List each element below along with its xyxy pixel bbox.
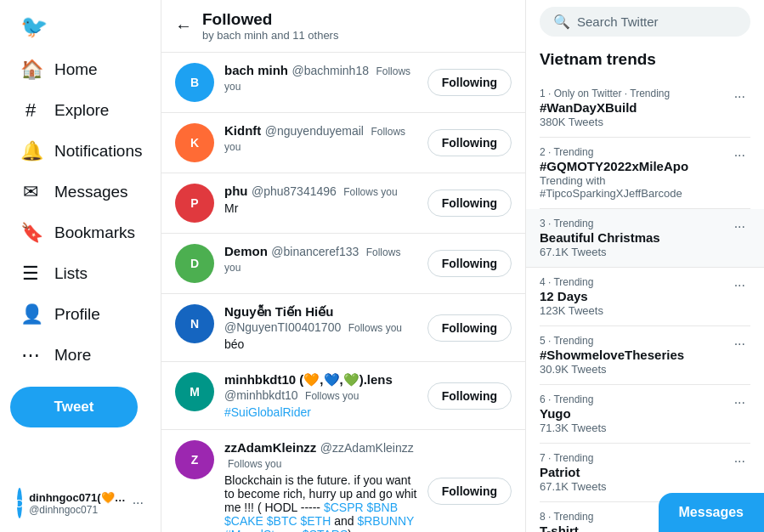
trend-item[interactable]: 3 · Trending Beautiful Christmas 67.1K T… — [526, 209, 764, 268]
trend-more-icon[interactable]: ··· — [729, 218, 750, 236]
tweet-button[interactable]: Tweet — [10, 387, 138, 427]
sidebar-item-explore[interactable]: # Explore — [10, 91, 150, 130]
sidebar-item-profile[interactable]: 👤 Profile — [10, 295, 150, 334]
sidebar-item-more[interactable]: ⋯ More — [10, 336, 150, 375]
trend-more-icon[interactable]: ··· — [729, 146, 750, 165]
profile-footer[interactable]: D dinhngoc071(🧡… @dinhngoc071 ··· — [10, 481, 150, 525]
follower-name: phu — [224, 184, 248, 198]
twitter-logo[interactable]: 🐦 — [10, 7, 150, 47]
trend-item[interactable]: 1 · Only on Twitter · Trending #WanDayXB… — [540, 79, 750, 138]
back-button[interactable]: ← — [175, 16, 192, 36]
list-item: Z zzAdamKleinzz @zzAdamKleinzz Follows y… — [161, 430, 525, 532]
mail-icon: ✉ — [20, 181, 41, 203]
twitter-bird-icon: 🐦 — [20, 14, 48, 39]
trend-meta: 2 · Trending — [540, 146, 729, 158]
messages-float-button[interactable]: Messages — [659, 493, 765, 532]
follower-handle: @binanceref133 — [271, 245, 359, 258]
following-button[interactable]: Following — [427, 382, 512, 410]
trends-title: Vietnam trends — [540, 50, 750, 69]
trend-meta: 7 · Trending — [540, 452, 607, 464]
explore-icon: # — [20, 99, 41, 122]
trend-more-icon[interactable]: ··· — [729, 393, 750, 412]
footer-handle: @dinhngoc071 — [29, 504, 126, 516]
main-content: ← Followed by bach minh and 11 others B … — [161, 0, 526, 532]
avatar: D — [175, 244, 214, 283]
follower-handle: @minhbkdt10 — [224, 388, 298, 402]
following-button[interactable]: Following — [427, 69, 512, 96]
trend-item[interactable]: 5 · Trending #ShowmeloveTheseries 30.9K … — [540, 326, 750, 385]
follower-name: minhbkdt10 (🧡,💙,💚).lens — [224, 372, 393, 387]
footer-name: dinhngoc071(🧡… — [29, 491, 126, 504]
trend-count: 71.3K Tweets — [540, 422, 607, 434]
trend-meta: 6 · Trending — [540, 393, 607, 405]
avatar: N — [175, 304, 214, 343]
follows-you-label: Follows you — [305, 390, 359, 402]
trend-more-icon[interactable]: ··· — [729, 276, 750, 295]
person-icon: 👤 — [20, 303, 41, 325]
avatar: M — [175, 372, 214, 411]
follows-you-label: Follows you — [228, 458, 281, 470]
follower-handle: @nguyenduyemail — [265, 124, 364, 138]
trend-count: Trending with #TipcoSparkingXJeffBarcode — [540, 174, 729, 200]
follower-bio: #SuiGlobalRider — [224, 405, 417, 419]
more-icon: ⋯ — [20, 344, 41, 366]
follower-name: bach minh — [224, 63, 288, 77]
follower-bio: béo — [224, 337, 417, 351]
search-icon: 🔍 — [553, 14, 570, 30]
trend-tag: Beautiful Christmas — [540, 230, 660, 245]
left-sidebar: 🐦 🏠 Home # Explore 🔔 Notifications ✉ Mes… — [0, 0, 161, 532]
sidebar-item-lists[interactable]: ☰ Lists — [10, 254, 150, 293]
trend-meta: 5 · Trending — [540, 335, 684, 347]
following-button[interactable]: Following — [427, 314, 512, 342]
sidebar-item-bookmarks[interactable]: 🔖 Bookmarks — [10, 213, 150, 252]
list-item: P phu @phu87341496 Follows you Mr Follow… — [161, 173, 525, 234]
follower-handle: @phu87341496 — [252, 184, 337, 198]
avatar: Z — [175, 440, 214, 479]
trend-tag: 12 Days — [540, 289, 603, 303]
sidebar-item-label: Home — [54, 60, 98, 79]
trend-count: 123K Tweets — [540, 304, 603, 317]
trend-count: 380K Tweets — [540, 116, 670, 128]
trend-more-icon[interactable]: ··· — [729, 88, 750, 106]
following-button[interactable]: Following — [427, 190, 512, 217]
search-input[interactable] — [577, 14, 739, 29]
follower-handle: @bachminh18 — [291, 64, 369, 77]
follower-bio: Blockchain is the future. if you want to… — [224, 473, 417, 532]
trend-item[interactable]: 6 · Trending Yugo 71.3K Tweets ··· — [540, 385, 750, 444]
sidebar-item-messages[interactable]: ✉ Messages — [10, 173, 150, 212]
sidebar-item-label: Explore — [54, 101, 109, 120]
following-button[interactable]: Following — [427, 129, 512, 156]
follower-name: Demon — [224, 244, 268, 258]
trend-tag: #GQMOTY2022xMileApo — [540, 159, 729, 173]
trend-tag: Yugo — [540, 406, 607, 421]
trend-more-icon[interactable]: ··· — [729, 335, 750, 354]
sidebar-item-label: Notifications — [54, 142, 143, 161]
more-options-icon[interactable]: ··· — [133, 495, 144, 511]
follower-name: Nguyễn Tiến Hiếu — [224, 304, 333, 319]
following-button[interactable]: Following — [427, 250, 512, 277]
follows-you-label: Follows you — [348, 322, 402, 334]
trend-meta: 1 · Only on Twitter · Trending — [540, 88, 670, 99]
bell-icon: 🔔 — [20, 140, 41, 162]
trend-item[interactable]: 2 · Trending #GQMOTY2022xMileApo Trendin… — [540, 138, 750, 209]
trend-item[interactable]: 4 · Trending 12 Days 123K Tweets ··· — [540, 268, 750, 326]
list-item: M minhbkdt10 (🧡,💙,💚).lens @minhbkdt10 Fo… — [161, 362, 525, 430]
list-icon: ☰ — [20, 263, 41, 285]
sidebar-item-notifications[interactable]: 🔔 Notifications — [10, 132, 150, 171]
search-box[interactable]: 🔍 — [540, 7, 750, 37]
sidebar-item-label: Profile — [54, 305, 100, 324]
trend-more-icon[interactable]: ··· — [729, 452, 750, 471]
page-subtitle: by bach minh and 11 others — [202, 29, 338, 42]
sidebar-item-label: Messages — [54, 183, 128, 201]
sidebar-item-home[interactable]: 🏠 Home — [10, 50, 150, 89]
follows-you-label: Follows you — [343, 186, 397, 198]
main-nav: 🏠 Home # Explore 🔔 Notifications ✉ Messa… — [10, 50, 150, 376]
trend-count: 67.1K Tweets — [540, 480, 607, 493]
follower-bio: Mr — [224, 201, 417, 215]
followers-list: B bach minh @bachminh18 Follows you Foll… — [161, 53, 525, 532]
avatar: B — [175, 63, 214, 102]
following-button[interactable]: Following — [427, 478, 512, 505]
home-icon: 🏠 — [20, 59, 41, 81]
trend-count: 67.1K Tweets — [540, 246, 660, 258]
trend-meta: 3 · Trending — [540, 218, 660, 229]
